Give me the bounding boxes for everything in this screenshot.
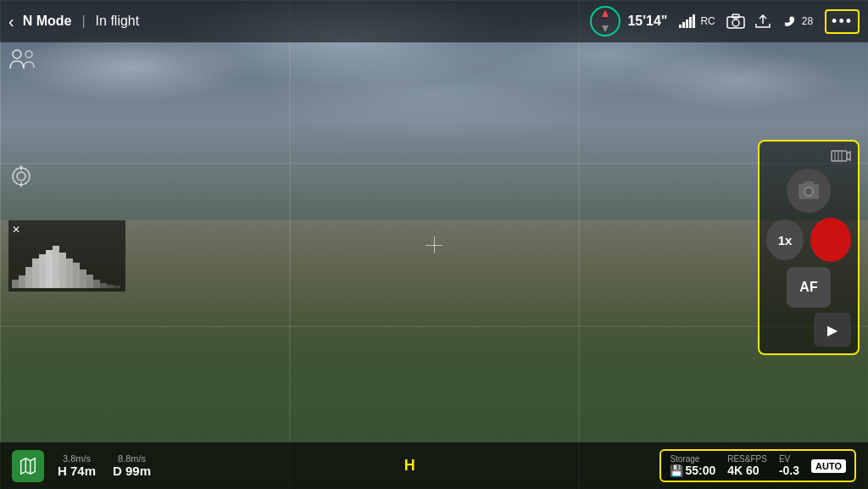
histogram-panel: ✕ (8, 220, 125, 292)
home-marker: H (404, 457, 415, 475)
signal-icons: RC (679, 14, 715, 28)
svg-point-5 (25, 51, 32, 58)
vertical-speed-telemetry: 8.8m/s D 99m (113, 453, 151, 478)
record-button[interactable] (810, 218, 851, 262)
film-icon (831, 148, 851, 164)
phone-count: 28 (802, 15, 813, 27)
horizontal-speed-telemetry: 3.8m/s H 74m (58, 453, 96, 478)
bar1 (679, 25, 682, 28)
left-panel (8, 47, 39, 192)
svg-rect-26 (832, 151, 847, 161)
v-speed-label: 8.8m/s (118, 453, 146, 464)
rc-label: RC (700, 15, 715, 27)
mode-label: N Mode (23, 14, 72, 29)
svg-rect-10 (12, 280, 19, 288)
center-cross (426, 236, 442, 253)
ev-group: EV -0.3 (779, 454, 799, 477)
more-button[interactable]: ••• (825, 9, 860, 34)
bar5 (693, 14, 695, 28)
map-button[interactable] (12, 450, 44, 482)
histogram-header: ✕ (12, 224, 122, 236)
close-histogram-button[interactable]: ✕ (12, 224, 20, 236)
resfps-group: RES&FPS 4K 60 (727, 454, 767, 477)
zoom-button[interactable]: 1x (766, 219, 804, 260)
resfps-value: 4K 60 (727, 464, 759, 477)
divider: | (81, 14, 85, 29)
ev-label: EV (779, 454, 790, 464)
svg-rect-21 (86, 275, 93, 288)
shutter-button[interactable] (787, 169, 831, 213)
histogram-canvas (12, 237, 122, 288)
bottom-bar: 3.8m/s H 74m 8.8m/s D 99m H Storage 💾 55… (0, 442, 868, 489)
bar3 (686, 19, 688, 28)
svg-rect-12 (25, 267, 32, 288)
svg-rect-15 (46, 250, 53, 288)
svg-point-32 (805, 188, 812, 195)
svg-rect-23 (100, 283, 107, 288)
resfps-label: RES&FPS (727, 454, 767, 464)
svg-rect-18 (66, 258, 73, 288)
compass-indicator (590, 6, 620, 36)
svg-rect-13 (32, 258, 39, 288)
ai-tracking-icon[interactable] (8, 47, 39, 72)
top-bar: ‹ N Mode | In flight 15'14" RC (0, 0, 868, 42)
transfer-icon[interactable] (751, 9, 775, 33)
storage-group: Storage 💾 55:00 (670, 454, 715, 477)
af-button[interactable]: AF (787, 267, 831, 308)
film-mode-indicator (766, 148, 851, 164)
storage-time-value: 55:00 (685, 464, 715, 477)
back-button[interactable]: ‹ (8, 12, 14, 31)
storage-value-row: 💾 55:00 (670, 464, 715, 477)
storage-label: Storage (670, 454, 699, 464)
ev-value: -0.3 (779, 464, 799, 477)
svg-rect-2 (732, 14, 739, 18)
sd-card-icon: 💾 (670, 464, 683, 477)
svg-rect-20 (80, 270, 86, 288)
auto-badge: AUTO (811, 459, 846, 473)
h-speed-value: H 74m (58, 464, 96, 478)
gimbal-reset-icon[interactable] (8, 164, 39, 192)
svg-point-7 (17, 172, 25, 181)
svg-rect-22 (93, 280, 100, 288)
phone-signal-icon (778, 9, 802, 33)
h-speed-label: 3.8m/s (63, 453, 91, 464)
flight-time: 15'14" (627, 14, 667, 29)
v-speed-value: D 99m (113, 464, 151, 478)
storage-panel: Storage 💾 55:00 RES&FPS 4K 60 EV -0.3 AU… (659, 449, 856, 482)
camera-panel: 1x AF ▶ (758, 140, 860, 355)
drone-view (0, 0, 868, 489)
playback-button[interactable]: ▶ (814, 313, 851, 347)
flight-status: In flight (96, 14, 140, 29)
svg-rect-24 (107, 285, 114, 288)
camera-settings-icon[interactable] (724, 9, 748, 33)
svg-rect-25 (114, 286, 120, 288)
svg-rect-17 (59, 253, 66, 288)
svg-point-4 (13, 50, 21, 58)
svg-point-1 (732, 19, 739, 26)
svg-rect-14 (39, 254, 46, 288)
svg-rect-11 (19, 275, 25, 288)
svg-rect-16 (53, 246, 59, 288)
bar4 (689, 17, 692, 28)
svg-rect-19 (73, 263, 80, 288)
zoom-row: 1x (766, 218, 851, 262)
bar2 (682, 22, 685, 28)
svg-rect-33 (804, 181, 814, 185)
wifi-signal-bars (679, 14, 695, 28)
